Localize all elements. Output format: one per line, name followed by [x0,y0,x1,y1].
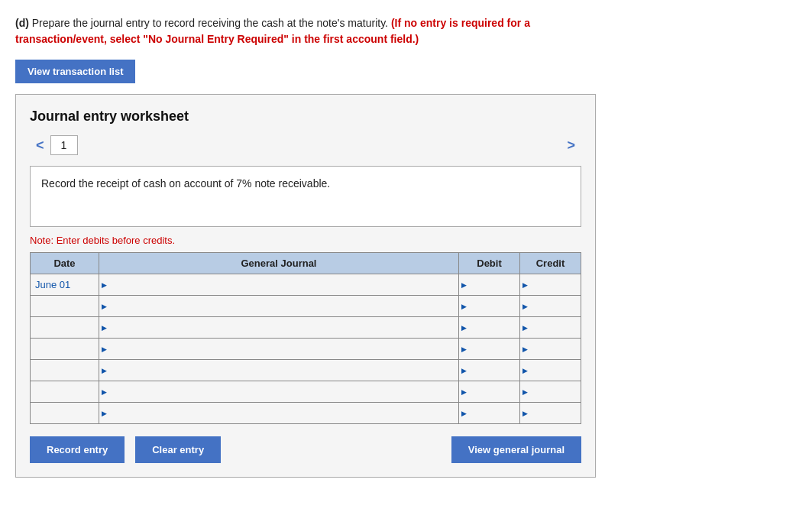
date-input-7[interactable] [31,403,99,423]
worksheet-container: Journal entry worksheet < 1 > Record the… [15,94,596,478]
journal-cell-1[interactable] [99,274,459,296]
debit-input-6[interactable] [459,381,519,402]
journal-input-5[interactable] [99,360,458,381]
debit-input-3[interactable] [459,317,519,338]
journal-cell-7[interactable] [99,403,459,424]
credit-cell-5[interactable] [520,360,581,381]
instruction-body: Prepare the journal entry to record rece… [32,17,388,29]
col-date: Date [31,253,99,274]
credit-cell-4[interactable] [520,339,581,360]
credit-input-7[interactable] [520,403,581,423]
debit-cell-2[interactable] [459,296,520,317]
debit-cell-1[interactable] [459,274,520,296]
credit-input-2[interactable] [520,296,581,316]
credit-cell-2[interactable] [520,296,581,317]
table-row: June 01 [31,274,581,296]
debit-input-7[interactable] [459,403,519,423]
date-cell-2[interactable] [31,296,99,317]
action-buttons-row: Record entry Clear entry View general jo… [30,436,581,463]
debit-input-1[interactable] [459,274,519,295]
journal-cell-6[interactable] [99,381,459,403]
journal-input-6[interactable] [99,381,458,402]
col-debit: Debit [459,253,520,274]
date-input-4[interactable] [31,339,99,359]
tab-number: 1 [50,135,78,155]
view-transaction-button[interactable]: View transaction list [15,60,135,83]
col-journal: General Journal [99,253,459,274]
credit-cell-7[interactable] [520,403,581,424]
journal-input-4[interactable] [99,339,458,359]
table-row [31,339,581,360]
credit-cell-3[interactable] [520,317,581,339]
instruction-text: (d) Prepare the journal entry to record … [15,15,596,47]
date-cell-5[interactable] [31,360,99,381]
worksheet-title: Journal entry worksheet [30,109,581,125]
table-row [31,403,581,424]
tab-left-arrow[interactable]: < [30,136,50,155]
credit-input-5[interactable] [520,360,581,381]
credit-input-4[interactable] [520,339,581,359]
debit-cell-7[interactable] [459,403,520,424]
credit-input-6[interactable] [520,381,581,402]
debit-input-4[interactable] [459,339,519,359]
credit-input-3[interactable] [520,317,581,338]
table-row [31,360,581,381]
table-row [31,381,581,403]
credit-input-1[interactable] [520,274,581,295]
journal-input-3[interactable] [99,317,458,338]
journal-cell-4[interactable] [99,339,459,360]
journal-table: Date General Journal Debit Credit June 0… [30,252,581,424]
table-row [31,317,581,339]
journal-input-2[interactable] [99,296,458,316]
table-body: June 01 [31,274,581,424]
debit-input-5[interactable] [459,360,519,381]
description-box: Record the receipt of cash on account of… [30,166,581,227]
debit-cell-5[interactable] [459,360,520,381]
date-cell-4[interactable] [31,339,99,360]
credit-cell-6[interactable] [520,381,581,403]
debit-cell-4[interactable] [459,339,520,360]
journal-cell-2[interactable] [99,296,459,317]
view-general-journal-button[interactable]: View general journal [451,436,581,463]
date-cell-3[interactable] [31,317,99,339]
journal-input-1[interactable] [99,274,458,295]
date-cell-6[interactable] [31,381,99,403]
part-label: (d) [15,17,29,29]
debit-cell-3[interactable] [459,317,520,339]
date-cell-1: June 01 [31,274,99,296]
credit-cell-1[interactable] [520,274,581,296]
debit-cell-6[interactable] [459,381,520,403]
clear-entry-button[interactable]: Clear entry [135,436,221,463]
table-header: Date General Journal Debit Credit [31,253,581,274]
table-row [31,296,581,317]
date-input-6[interactable] [31,381,99,402]
date-cell-7[interactable] [31,403,99,424]
note-text: Note: Enter debits before credits. [30,235,581,246]
col-credit: Credit [520,253,581,274]
journal-cell-3[interactable] [99,317,459,339]
tab-right-arrow[interactable]: > [561,136,581,155]
date-input-5[interactable] [31,360,99,381]
debit-input-2[interactable] [459,296,519,316]
journal-cell-5[interactable] [99,360,459,381]
date-input-3[interactable] [31,317,99,338]
tab-navigation: < 1 > [30,135,581,155]
record-entry-button[interactable]: Record entry [30,436,125,463]
description-text: Record the receipt of cash on account of… [41,177,330,190]
date-input-2[interactable] [31,296,99,316]
journal-input-7[interactable] [99,403,458,423]
